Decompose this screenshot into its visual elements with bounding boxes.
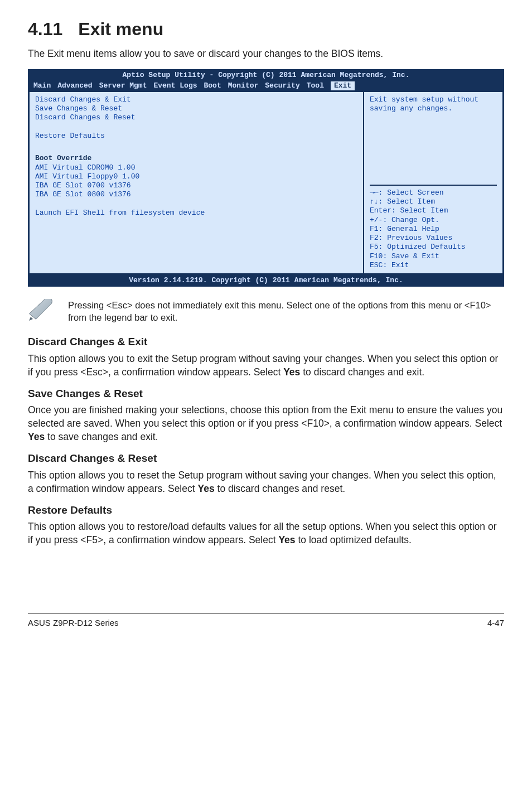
bios-key-hint: F5: Optimized Defaults	[370, 243, 497, 252]
subsection-heading: Discard Changes & Exit	[28, 335, 504, 349]
pencil-note-icon	[28, 298, 59, 325]
bios-menu-option[interactable]: Discard Changes & Exit	[35, 95, 357, 104]
bios-menu-option[interactable]: Launch EFI Shell from filesystem device	[35, 209, 357, 218]
bios-help-text: Exit system setup without saving any cha…	[370, 95, 497, 185]
bios-key-hint: +/-: Change Opt.	[370, 216, 497, 225]
spacer	[35, 200, 357, 209]
bios-menu-option[interactable]: AMI Virtual CDROM0 1.00	[35, 163, 357, 172]
bios-menu-option[interactable]: Restore Defaults	[35, 132, 357, 141]
bios-menu-item[interactable]: Monitor	[228, 81, 259, 90]
subsection-body: This option allows you to exit the Setup…	[28, 352, 504, 379]
bios-menu-option[interactable]: Discard Changes & Reset	[35, 113, 357, 122]
bios-left-pane: Discard Changes & ExitSave Changes & Res…	[30, 92, 364, 273]
bios-key-hint: F10: Save & Exit	[370, 252, 497, 261]
bios-key-legend: →←: Select Screen↑↓: Select ItemEnter: S…	[370, 185, 497, 270]
bios-key-hint: F2: Previous Values	[370, 234, 497, 243]
section-title: Exit menu	[78, 19, 163, 39]
keyword: Yes	[283, 366, 300, 378]
subsection-body: Once you are finished making your select…	[28, 403, 504, 443]
bios-key-hint: ↑↓: Select Item	[370, 197, 497, 206]
bios-menu-item[interactable]: Boot	[204, 81, 221, 90]
bios-menu-bar: MainAdvancedServer MgmtEvent LogsBootMon…	[28, 81, 504, 92]
bios-footer: Version 2.14.1219. Copyright (C) 2011 Am…	[28, 275, 504, 287]
bios-menu-option[interactable]: IBA GE Slot 0700 v1376	[35, 181, 357, 190]
bios-key-hint: ESC: Exit	[370, 261, 497, 270]
section-number: 4.11	[28, 19, 62, 39]
bios-menu-item[interactable]: Server Mgmt	[99, 81, 147, 90]
page-footer: ASUS Z9PR-D12 Series 4-47	[28, 613, 504, 629]
footer-left: ASUS Z9PR-D12 Series	[28, 617, 119, 629]
note-row: Pressing <Esc> does not immediately exit…	[28, 298, 504, 325]
spacer	[35, 123, 357, 132]
subsection-heading: Save Changes & Reset	[28, 386, 504, 401]
keyword: Yes	[28, 431, 45, 442]
bios-menu-item[interactable]: Exit	[331, 81, 355, 90]
spacer	[35, 141, 357, 149]
footer-right: 4-47	[487, 617, 504, 629]
bios-menu-option[interactable]: Save Changes & Reset	[35, 104, 357, 113]
bios-key-hint: F1: General Help	[370, 225, 497, 234]
note-text: Pressing <Esc> does not immediately exit…	[68, 299, 504, 325]
bios-title-bar: Aptio Setup Utility - Copyright (C) 2011…	[28, 69, 504, 81]
bios-menu-item[interactable]: Event Logs	[153, 81, 197, 90]
bios-menu-item[interactable]: Advanced	[57, 81, 92, 90]
keyword: Yes	[278, 534, 295, 545]
bios-screenshot: Aptio Setup Utility - Copyright (C) 2011…	[28, 69, 504, 287]
bios-menu-option[interactable]: IBA GE Slot 0800 v1376	[35, 190, 357, 199]
bios-key-hint: →←: Select Screen	[370, 189, 497, 197]
subsection-heading: Discard Changes & Reset	[28, 451, 504, 466]
subsection-body: This option allows you to reset the Setu…	[28, 468, 504, 495]
keyword: Yes	[197, 483, 214, 494]
subsection-body: This option allows you to restore/load d…	[28, 520, 504, 547]
bios-menu-item[interactable]: Security	[265, 81, 299, 90]
bios-menu-item[interactable]: Main	[33, 81, 51, 90]
page-heading: 4.11Exit menu	[28, 17, 504, 41]
bios-menu-option[interactable]: AMI Virtual Floppy0 1.00	[35, 172, 357, 181]
intro-text: The Exit menu items allow you to save or…	[28, 47, 504, 60]
bios-menu-item[interactable]: Tool	[307, 81, 324, 90]
bios-key-hint: Enter: Select Item	[370, 206, 497, 215]
bios-body: Discard Changes & ExitSave Changes & Res…	[28, 92, 504, 275]
bios-section-header: Boot Override	[35, 154, 357, 163]
bios-help-pane: Exit system setup without saving any cha…	[364, 92, 502, 273]
subsection-heading: Restore Defaults	[28, 503, 504, 518]
